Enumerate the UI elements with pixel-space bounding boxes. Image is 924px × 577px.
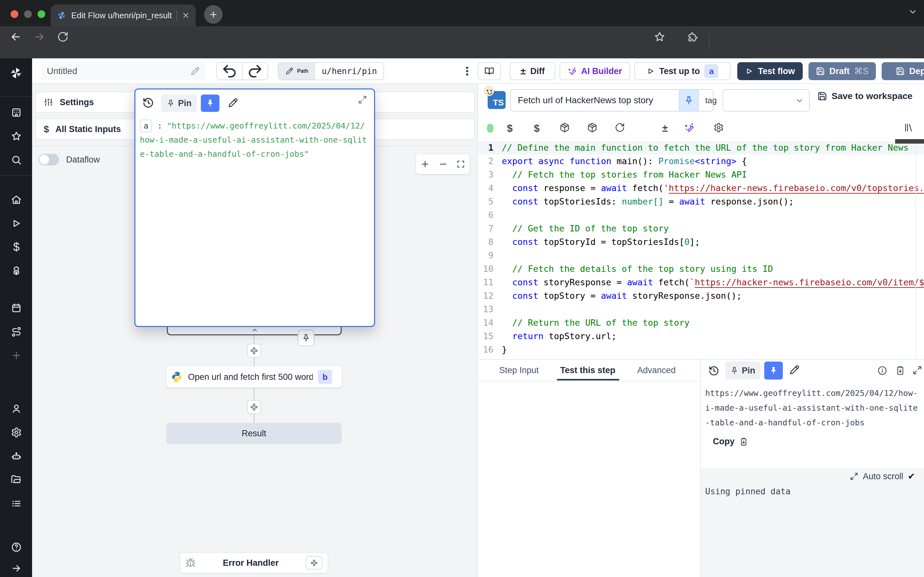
minimize-window-button[interactable] [24,10,32,18]
code-line-1[interactable]: 1// Define the main function to fetch th… [479,141,924,155]
tag-select[interactable] [722,89,810,111]
ai-builder-button[interactable]: AI Builder [559,62,630,80]
library-icon[interactable] [903,122,914,133]
zoom-out-icon[interactable] [438,159,448,169]
maximize-window-button[interactable] [37,10,45,18]
edit-name-icon[interactable] [191,67,200,76]
sidebar-item-runs[interactable] [11,218,22,229]
flow-name-input[interactable]: Untitled [41,62,205,80]
node-pin-badge[interactable] [298,330,314,346]
close-window-button[interactable] [11,10,18,18]
sidebar-item-schedules[interactable] [11,303,22,314]
undo-button[interactable] [217,63,242,79]
path-button[interactable]: Path [278,63,315,79]
resources-icon[interactable]: $ [534,122,540,133]
error-handler-node[interactable]: Error Handler [180,552,328,574]
variables-icon[interactable]: $ [507,122,513,133]
code-line-10[interactable]: 10 // Fetch the details of the top story… [479,262,924,276]
pinned-value[interactable]: a : "https://www.geoffreylitt.com/2025/0… [140,119,370,161]
sidebar-item-user[interactable] [11,403,22,414]
sidebar-item-logs[interactable] [11,498,22,509]
code-line-2[interactable]: 2export async function main(): Promise<s… [479,155,924,168]
copy-button[interactable]: Copy [713,437,748,446]
flow-node-b[interactable]: Open url and fetch first 500 words of ..… [166,366,342,388]
fit-view-icon[interactable] [456,160,465,169]
zoom-in-icon[interactable] [420,159,430,169]
code-line-15[interactable]: 15 return topStory.url; [479,330,924,343]
edit-pin-icon[interactable] [228,98,238,108]
result-node[interactable]: Result [166,423,342,444]
code-line-14[interactable]: 14 // Return the URL of the top story [479,316,924,330]
sidebar-item-home[interactable] [11,194,22,205]
extensions-icon[interactable] [687,31,698,42]
package-icon[interactable] [559,122,570,133]
code-line-16[interactable]: 16} [479,343,924,356]
insert-step-button[interactable] [247,343,261,358]
sidebar-item-search[interactable] [11,155,22,165]
test-flow-button[interactable]: Test flow [737,62,803,80]
fullscreen-icon[interactable] [913,366,922,375]
code-line-8[interactable]: 8 const topStoryId = topStoriesIds[0]; [479,235,924,249]
redo-button[interactable] [242,63,268,79]
expand-popup-icon[interactable] [358,95,367,104]
deploy-button[interactable]: Deploy [882,62,924,80]
path-value[interactable]: u/henri/pin [315,63,383,79]
code-line-7[interactable]: 7 // Get the ID of the top story [479,222,924,235]
sidebar-item-ai[interactable] [11,451,22,462]
diff-icon[interactable]: ± [662,122,668,133]
back-icon[interactable] [10,31,22,43]
windmill-logo-icon[interactable] [9,66,23,80]
history-icon[interactable] [142,97,154,109]
new-tab-button[interactable]: + [204,5,223,24]
save-to-workspace-button[interactable]: Save to workspace [817,91,913,101]
tab-step-input[interactable]: Step Input [499,366,539,376]
result-pinned-button[interactable] [764,362,783,380]
result-edit-icon[interactable] [789,365,800,375]
package-icon[interactable] [587,122,598,133]
code-editor[interactable]: 1// Define the main function to fetch th… [479,139,924,359]
browser-tab[interactable]: Edit Flow u/henri/pin_results [51,5,196,26]
sidebar-help-icon[interactable] [11,542,22,553]
collapse-icon[interactable] [250,327,260,334]
close-tab-icon[interactable] [182,11,190,19]
sidebar-item-flows[interactable] [11,326,22,337]
result-history-icon[interactable] [708,366,719,376]
draft-button[interactable]: Draft ⌘S [809,62,876,80]
test-up-to-button[interactable]: Test up to a [634,62,730,80]
auto-scroll-control[interactable]: Auto scroll ✔ [850,471,915,482]
info-icon[interactable] [877,366,887,376]
sidebar-item-settings[interactable] [11,427,22,438]
pinned-button[interactable] [201,95,220,112]
tab-test-this-step[interactable]: Test this step [560,366,615,376]
code-line-6[interactable]: 6 [479,208,924,222]
reset-icon[interactable] [615,122,625,133]
forward-icon[interactable] [33,31,45,43]
scrollbar-thumb[interactable] [895,139,924,143]
sidebar-item-variables[interactable]: $ [11,242,22,253]
tab-search-icon[interactable] [908,7,918,17]
docs-button[interactable] [478,62,501,80]
more-options-icon[interactable] [461,65,473,77]
insert-step-button[interactable] [247,400,261,414]
sidebar-item-favorites[interactable] [11,131,22,142]
pin-toggle-button[interactable]: Pin [161,95,197,112]
bookmark-icon[interactable] [654,31,666,43]
diff-button[interactable]: ± Diff [510,62,556,80]
step-pin-button[interactable] [679,89,699,111]
result-pin-button[interactable]: Pin [725,362,760,380]
sidebar-expand-icon[interactable] [11,563,22,574]
code-line-12[interactable]: 12 const topStory = await storyResponse.… [479,289,924,303]
code-line-13[interactable]: 13 [479,303,924,316]
dataflow-toggle[interactable] [39,154,59,165]
code-line-5[interactable]: 5 const topStoriesIds: number[] = await … [479,195,924,208]
code-line-4[interactable]: 4 const response = await fetch('https://… [479,181,924,195]
code-line-11[interactable]: 11 const storyResponse = await fetch(`ht… [479,276,924,289]
sidebar-item-folders[interactable] [11,474,22,485]
expand-log-icon[interactable] [850,472,858,480]
reload-icon[interactable] [57,31,69,43]
add-error-handler-button[interactable] [306,556,322,570]
sidebar-item-resources[interactable] [11,266,22,276]
sidebar-item-workspace[interactable] [11,107,22,118]
code-line-9[interactable]: 9 [479,249,924,262]
code-line-3[interactable]: 3 // Fetch the top stories from Hacker N… [479,168,924,181]
